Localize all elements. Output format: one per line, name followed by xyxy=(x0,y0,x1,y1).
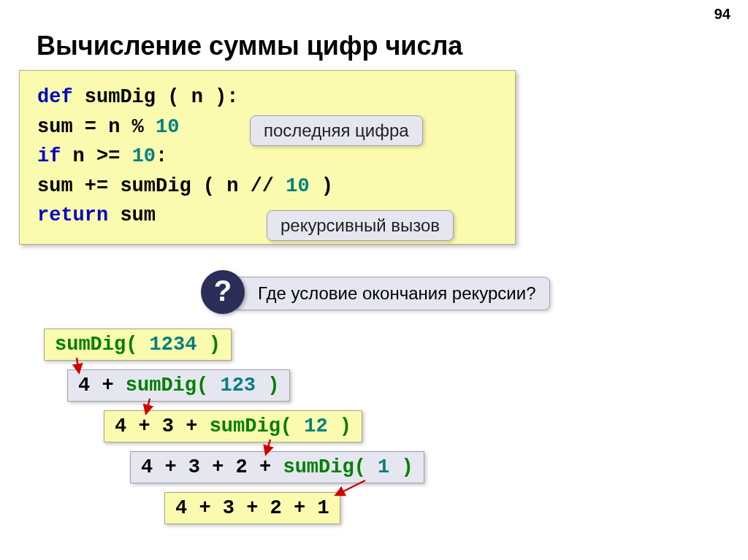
expr: 4 + 3 + 2 + xyxy=(141,456,283,478)
recursion-step-1: sumDig( 1234 ) xyxy=(44,329,232,361)
code-text: sum xyxy=(108,204,156,226)
recursion-step-4: 4 + 3 + 2 + sumDig( 1 ) xyxy=(130,451,424,483)
arg: 1 xyxy=(366,456,402,478)
fn-name: sumDig( xyxy=(55,334,137,356)
page-number: 94 xyxy=(714,6,730,23)
fn-name: sumDig( xyxy=(126,375,208,396)
callout-recursive-call: рекурсивный вызов xyxy=(267,210,454,241)
expr: 4 + 3 + xyxy=(115,415,210,437)
code-text: sumDig ( n ): xyxy=(73,86,239,108)
code-text: sum = n % xyxy=(37,116,156,138)
literal-10: 10 xyxy=(156,116,179,138)
code-text: ) xyxy=(310,175,333,197)
arg: 12 xyxy=(292,415,340,437)
code-line-3: if n >= 10: xyxy=(37,142,497,172)
code-line-1: def sumDig ( n ): xyxy=(37,83,497,112)
arg: 1234 xyxy=(137,334,208,356)
recursion-step-5: 4 + 3 + 2 + 1 xyxy=(164,492,340,524)
paren: ) xyxy=(340,415,351,437)
code-text: : xyxy=(156,145,167,167)
literal-10: 10 xyxy=(132,145,156,167)
fn-name: sumDig( xyxy=(210,415,292,437)
fn-name: sumDig( xyxy=(283,456,365,478)
keyword-if: if xyxy=(37,145,61,167)
question-mark-icon: ? xyxy=(201,270,245,314)
arg: 123 xyxy=(208,375,267,396)
paren: ) xyxy=(401,456,413,478)
paren: ) xyxy=(267,375,279,396)
slide-title: Вычисление суммы цифр числа xyxy=(37,31,462,61)
paren: ) xyxy=(209,334,221,356)
recursion-step-3: 4 + 3 + sumDig( 12 ) xyxy=(104,410,362,442)
question-text: Где условие окончания рекурсии? xyxy=(234,277,550,310)
expr: 4 + xyxy=(78,375,126,396)
code-text: sum += sumDig ( n // xyxy=(37,175,286,197)
code-text: n >= xyxy=(61,145,131,167)
keyword-def: def xyxy=(37,86,73,108)
callout-last-digit: последняя цифра xyxy=(250,115,423,146)
code-line-4: sum += sumDig ( n // 10 ) xyxy=(37,172,497,202)
recursion-step-2: 4 + sumDig( 123 ) xyxy=(67,369,290,402)
keyword-return: return xyxy=(37,204,108,226)
literal-10: 10 xyxy=(286,175,309,197)
